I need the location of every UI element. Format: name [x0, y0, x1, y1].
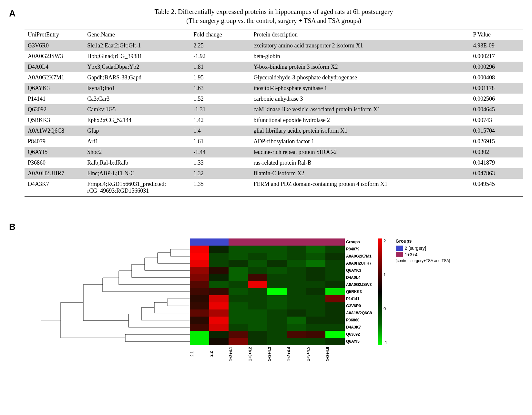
table-row: A0A0G2JSW3Hbb;Glna4;rCG_39881-1.92beta-g… — [25, 51, 523, 62]
heatmap-cell — [325, 317, 345, 324]
heatmap-cell — [306, 338, 325, 345]
table-cell: 1.32 — [190, 168, 250, 179]
colorbar-tick: -1 — [384, 340, 387, 345]
table-cell: caM kinase-like vesicle-associated prote… — [251, 104, 470, 115]
table-row: G3V6R0Slc1a2;Eaat2;Glt;Glt-12.25excitato… — [25, 40, 523, 51]
heatmap-cell — [287, 338, 306, 345]
group-cell — [325, 238, 345, 246]
heatmap-cell — [267, 246, 287, 253]
column-label: 1+3+4.3 — [267, 347, 287, 362]
table-cell: 0.002506 — [470, 94, 523, 104]
table-cell: Camkv;1G5 — [84, 104, 190, 115]
row-label: Q6AYI5 — [346, 339, 372, 344]
heatmap-cell — [229, 317, 248, 324]
table-cell: 1.95 — [190, 72, 250, 83]
heatmap-cell — [229, 324, 248, 331]
table-cell: 0.047863 — [470, 168, 523, 179]
table-cell: Hbb;Glna4;rCG_39881 — [84, 51, 190, 62]
heatmap-cell — [325, 260, 345, 267]
table-cell: 0.0302 — [470, 147, 523, 157]
heatmap-cell — [306, 267, 325, 274]
heatmap-cell — [209, 274, 229, 281]
legend-subnote: [control, surgery+TSA and TSA] — [396, 258, 450, 263]
heatmap-cell — [209, 288, 229, 295]
right-block: 210-1 Groups 2 [surgery]1+3+4 [control, … — [378, 238, 450, 345]
column-label: 1+3+4.1 — [229, 347, 248, 362]
table-cell: beta-globin — [251, 51, 470, 62]
group-cell — [306, 238, 325, 246]
column-header: Gene.Name — [84, 29, 190, 40]
heatmap-cell — [287, 288, 306, 295]
colorbar-tick: 1 — [384, 272, 387, 277]
table-row: A0A0G2K7M1Gapdh;BARS-38;Gapd1.95Glyceral… — [25, 72, 523, 83]
heatmap-cell — [287, 295, 306, 302]
table-cell: Q5RKK3 — [25, 115, 84, 126]
heatmap-cell — [190, 253, 209, 260]
table-cell: ADP-ribosylation factor 1 — [251, 136, 470, 147]
heatmap-cell — [248, 331, 267, 338]
table-cell: inositol-3-phosphate synthase 1 — [251, 83, 470, 94]
heatmap-cell — [287, 274, 306, 281]
heatmap-cell — [306, 309, 325, 317]
heatmap-figure: 2.12.21+3+4.11+3+4.21+3+4.31+3+4.41+3+4.… — [25, 219, 523, 362]
heatmap-cell — [248, 260, 267, 267]
column-header: P Value — [470, 29, 523, 40]
table-cell: Ca3;Car3 — [84, 94, 190, 104]
table-cell: Y-box-binding protein 3 isoform X2 — [251, 62, 470, 72]
table-cell: Gapdh;BARS-38;Gapd — [84, 72, 190, 83]
heatmap-cell — [306, 260, 325, 267]
heatmap-cell — [306, 324, 325, 331]
heatmap-cell — [248, 324, 267, 331]
heatmap-cell — [209, 302, 229, 309]
heatmap-cell — [287, 309, 306, 317]
group-bar — [190, 238, 345, 246]
heatmap-cell — [287, 324, 306, 331]
column-label: 1+3+4.4 — [287, 347, 306, 362]
table-cell: P36860 — [25, 157, 84, 168]
row-label: Q6AYK3 — [346, 268, 372, 273]
heatmap-cell — [190, 309, 209, 317]
table-row: Q6AYK3Isyna1;Ino11.63inositol-3-phosphat… — [25, 83, 523, 94]
row-label: A0A1W2Q6C8 — [346, 311, 372, 315]
legend-item: 1+3+4 — [396, 252, 450, 257]
heatmap-cell — [267, 281, 287, 288]
row-label: Q63092 — [346, 332, 372, 337]
table-cell: excitatory amino acid transporter 2 isof… — [251, 40, 470, 51]
table-row: Q63092Camkv;1G5-1.31caM kinase-like vesi… — [25, 104, 523, 115]
table-row: Q5RKK3Ephx2;rCG_521441.42bifunctional ep… — [25, 115, 523, 126]
table-cell: glial fibrillary acidic protein isoform … — [251, 126, 470, 136]
group-cell — [267, 238, 287, 246]
heatmap-cell — [287, 267, 306, 274]
table-cell: 0.001178 — [470, 83, 523, 94]
heatmap-cell — [287, 331, 306, 338]
table-cell: 1.63 — [190, 83, 250, 94]
heatmap-cell — [229, 331, 248, 338]
column-header: UniProtEntry — [25, 29, 84, 40]
heatmap-cell — [209, 331, 229, 338]
table-row: A0A1W2Q6C8Gfap1.4glial fibrillary acidic… — [25, 126, 523, 136]
heatmap-cell — [325, 274, 345, 281]
heatmap-cell — [325, 324, 345, 331]
table-cell: 0.000408 — [470, 72, 523, 83]
heatmap-cell — [325, 302, 345, 309]
table-cell: bifunctional epoxide hydrolase 2 — [251, 115, 470, 126]
group-cell — [209, 238, 229, 246]
heatmap-cell — [190, 331, 209, 338]
table-cell: -1.44 — [190, 147, 250, 157]
heatmap-cell — [306, 331, 325, 338]
table-cell: -1.31 — [190, 104, 250, 115]
table-row: P84079Arf11.61ADP-ribosylation factor 10… — [25, 136, 523, 147]
column-label: 2.1 — [190, 347, 209, 362]
heatmap-cell — [325, 331, 345, 338]
table-cell: 0.000296 — [470, 62, 523, 72]
heatmap-cell — [190, 281, 209, 288]
heatmap-cell — [248, 253, 267, 260]
heatmap-cell — [229, 260, 248, 267]
table-row: D4A0L4Ybx3;Csda;Dbpa;Yb21.81Y-box-bindin… — [25, 62, 523, 72]
heatmap-cell — [306, 295, 325, 302]
heatmap-cell — [287, 302, 306, 309]
heatmap-cell — [248, 281, 267, 288]
heatmap-cell — [209, 317, 229, 324]
heatmap-cell — [229, 338, 248, 345]
colorbar — [378, 238, 382, 345]
